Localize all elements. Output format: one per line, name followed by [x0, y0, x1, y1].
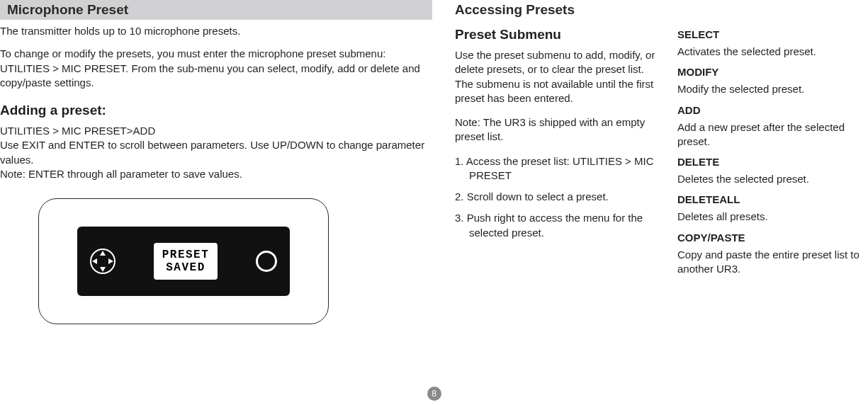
section-header-microphone-preset: Microphone Preset	[0, 0, 432, 20]
cmd-delete-desc: Deletes the selected preset.	[677, 172, 861, 186]
device-screen: PRESET SAVED	[77, 227, 290, 296]
cmd-copypaste-desc: Copy and paste the entire preset list to…	[677, 248, 861, 277]
dpad-icon	[90, 249, 115, 274]
adding-instructions: Use EXIT and ENTER to scroll between par…	[0, 138, 432, 167]
cmd-delete: DELETE	[677, 156, 861, 168]
list-item: Access the preset list: UTILITIES > MIC …	[455, 154, 659, 183]
device-line1: PRESET	[162, 249, 210, 261]
intro-2: To change or modify the presets, you mus…	[0, 47, 432, 90]
preset-steps: Access the preset list: UTILITIES > MIC …	[455, 154, 659, 240]
list-item: Scroll down to select a preset.	[455, 190, 659, 204]
intro-1: The transmitter holds up to 10 microphon…	[0, 24, 432, 38]
page-number-value: 8	[432, 389, 436, 399]
cmd-deleteall: DELETEALL	[677, 193, 861, 205]
cmd-select: SELECT	[677, 28, 861, 40]
section-header-accessing-presets: Accessing Presets	[455, 0, 861, 20]
svg-marker-4	[108, 258, 113, 264]
cmd-deleteall-desc: Deletes all presets.	[677, 210, 861, 224]
cmd-add-desc: Add a new preset after the selected pres…	[677, 120, 861, 149]
svg-marker-2	[100, 267, 106, 272]
cmd-add: ADD	[677, 104, 861, 116]
preset-submenu-note: Note: The UR3 is shipped with an empty p…	[455, 115, 659, 144]
preset-submenu-title: Preset Submenu	[455, 27, 659, 42]
svg-marker-1	[100, 251, 106, 256]
device-message: PRESET SAVED	[154, 243, 218, 280]
cmd-copypaste: COPY/PASTE	[677, 232, 861, 244]
adding-preset-title: Adding a preset:	[0, 103, 432, 118]
adding-path: UTILITIES > MIC PRESET>ADD	[0, 124, 432, 138]
list-item: Push right to access the menu for the se…	[455, 211, 659, 240]
svg-marker-3	[92, 258, 97, 264]
cmd-modify-desc: Modify the selected preset.	[677, 82, 861, 96]
cmd-modify: MODIFY	[677, 66, 861, 78]
cmd-select-desc: Activates the selected preset.	[677, 45, 861, 59]
device-line2: SAVED	[162, 261, 210, 274]
device-illustration: PRESET SAVED	[38, 198, 329, 324]
page-number: 8	[427, 387, 441, 401]
adding-note: Note: ENTER through all parameter to sav…	[0, 167, 432, 181]
section-title: Microphone Preset	[7, 2, 425, 18]
section-title: Accessing Presets	[455, 2, 861, 18]
preset-submenu-body: Use the preset submenu to add, modify, o…	[455, 48, 659, 105]
enter-button-icon	[256, 251, 277, 272]
